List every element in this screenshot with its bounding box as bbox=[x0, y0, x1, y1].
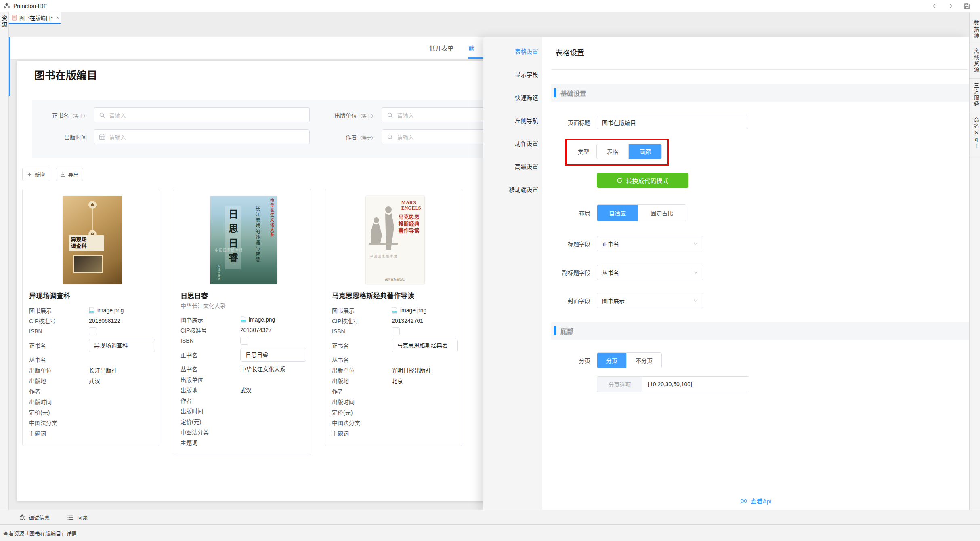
isbn-checkbox[interactable] bbox=[240, 337, 248, 345]
paging-option-off[interactable]: 不分页 bbox=[626, 353, 661, 368]
field-label: 正书名〈等于〉 bbox=[38, 111, 88, 119]
gallery-card[interactable]: 中华长江文化大系 长江流域的妙语与智慧 日思日睿 中国国家版本馆 长江出版社 日… bbox=[174, 189, 311, 455]
debug-info-item[interactable]: 调试信息 bbox=[19, 514, 50, 521]
section-accent-bar bbox=[554, 326, 556, 335]
card-field-label: CIP核准号 bbox=[332, 317, 392, 325]
problems-item[interactable]: 问题 bbox=[67, 514, 88, 521]
sidebar-item-third-party-services[interactable]: 三方服务 bbox=[970, 79, 980, 113]
date-input[interactable]: 请输入 bbox=[94, 129, 310, 144]
nav-forward-icon[interactable] bbox=[947, 2, 954, 10]
right-rail: 数据源 离线资源 三方服务 命名Sql bbox=[969, 12, 980, 510]
page-title-input[interactable]: 图书在版编目 bbox=[597, 116, 748, 129]
sidebar-item-offline-resources[interactable]: 离线资源 bbox=[970, 44, 980, 79]
export-button[interactable]: 导出 bbox=[56, 168, 83, 181]
type-option-gallery[interactable]: 画廊 bbox=[628, 144, 661, 159]
settings-menu-actions[interactable]: 动作设置 bbox=[483, 132, 542, 155]
page-size-input[interactable]: 分页选项 [10,20,30,50,100] bbox=[597, 376, 749, 392]
title-field-row: 标题字段 正书名 bbox=[551, 236, 967, 251]
settings-menu-table[interactable]: 表格设置 bbox=[483, 40, 542, 63]
tab-lowcode-form[interactable]: 低开表单 bbox=[429, 37, 453, 60]
card-field-label: ISBN bbox=[332, 328, 392, 335]
card-field-label: 图书展示 bbox=[332, 306, 392, 314]
paging-option-on[interactable]: 分页 bbox=[597, 353, 626, 368]
svg-text:IMAGE: IMAGE bbox=[90, 311, 94, 313]
card-field-row: 出版地武汉 bbox=[29, 375, 155, 386]
card-field-value: 北京 bbox=[392, 377, 458, 385]
gallery-card[interactable]: MARXENGELS 马克思恩格斯经典著作导读 中国国家版本馆 光明日报出版社 … bbox=[325, 189, 462, 446]
card-field-label: 正书名 bbox=[29, 341, 89, 349]
card-field-row: 出版单位 bbox=[180, 374, 306, 385]
view-sub-tabs: 低开表单 默 bbox=[9, 37, 483, 60]
settings-menu-display-fields[interactable]: 显示字段 bbox=[483, 63, 542, 86]
book-name-input[interactable]: 异现场调查科 bbox=[89, 339, 155, 352]
annotation-highlight: 类型 表格 画廊 bbox=[565, 139, 669, 166]
divider bbox=[551, 69, 967, 70]
field-label: 作者〈等于〉 bbox=[326, 133, 376, 141]
card-field-label: CIP核准号 bbox=[29, 317, 89, 325]
card-field-value: 长江出版社 bbox=[89, 366, 155, 374]
layout-option-adaptive[interactable]: 自适应 bbox=[597, 205, 638, 221]
sidebar-item-resources[interactable]: 资源 bbox=[0, 15, 8, 28]
book-name-input[interactable]: 日思日睿 bbox=[240, 348, 306, 362]
save-icon[interactable] bbox=[963, 2, 970, 10]
card-field-label: 正书名 bbox=[332, 341, 392, 349]
attachment-link[interactable]: IMAGEimage.png bbox=[89, 307, 155, 314]
settings-menu-quick-filter[interactable]: 快速筛选 bbox=[483, 86, 542, 109]
search-input[interactable]: 请输入 bbox=[382, 129, 493, 144]
search-input[interactable]: 请输入 bbox=[382, 107, 493, 122]
settings-menu-mobile[interactable]: 移动端设置 bbox=[483, 178, 542, 201]
card-field-label: 丛书名 bbox=[29, 356, 89, 364]
card-title: 异现场调查科 bbox=[29, 290, 155, 300]
card-field-label: 作者 bbox=[180, 396, 240, 404]
attachment-link[interactable]: IMAGEimage.png bbox=[392, 307, 458, 314]
tab-default-view[interactable]: 默 bbox=[468, 37, 483, 59]
chevron-down-icon bbox=[693, 241, 698, 246]
tab-book-cip[interactable]: 图书在版编目* × bbox=[9, 12, 61, 23]
settings-drawer: 表格设置 显示字段 快速筛选 左侧导航 动作设置 高级设置 移动端设置 表格设置… bbox=[483, 37, 969, 510]
subtitle-field-select[interactable]: 丛书名 bbox=[597, 265, 703, 280]
card-title: 日思日睿 bbox=[180, 290, 306, 300]
card-field-row: 作者 bbox=[29, 386, 155, 396]
view-api-link[interactable]: 查看Api bbox=[542, 497, 969, 505]
nav-back-icon[interactable] bbox=[931, 2, 938, 10]
sidebar-item-datasource[interactable]: 数据源 bbox=[970, 16, 980, 44]
cover-wrap: 中华长江文化大系 长江流域的妙语与智慧 日思日睿 中国国家版本馆 长江出版社 bbox=[180, 193, 306, 287]
field-label: 出版时间 bbox=[38, 133, 88, 141]
card-field-value: 中华长江文化大系 bbox=[240, 365, 306, 373]
cover-field-select[interactable]: 图书展示 bbox=[597, 293, 703, 308]
book-name-input[interactable]: 马克思恩格斯经典著 bbox=[392, 339, 458, 352]
card-field-row: ISBN bbox=[180, 335, 306, 346]
title-field-select[interactable]: 正书名 bbox=[597, 236, 703, 251]
settings-menu-left-nav[interactable]: 左侧导航 bbox=[483, 109, 542, 132]
page-title: 图书在版编目 bbox=[34, 67, 97, 82]
settings-content: 表格设置 基础设置 页面标题 图书在版编目 类型 表格 画廊 bbox=[542, 37, 969, 510]
settings-menu-advanced[interactable]: 高级设置 bbox=[483, 155, 542, 178]
add-button[interactable]: 新增 bbox=[22, 168, 50, 181]
section-basic-settings: 基础设置 bbox=[551, 84, 969, 102]
layout-option-fixed[interactable]: 固定占比 bbox=[638, 205, 686, 221]
attachment-link[interactable]: IMAGEimage.png bbox=[240, 316, 306, 323]
card-field-label: 中图法分类 bbox=[332, 419, 392, 427]
page-title-row: 页面标题 图书在版编目 bbox=[551, 116, 967, 129]
type-toggle: 表格 画廊 bbox=[596, 144, 662, 159]
card-field-value: 武汉 bbox=[240, 386, 306, 394]
card-field-row: 正书名日思日睿 bbox=[180, 346, 306, 364]
paging-row: 分页 分页 不分页 bbox=[551, 352, 967, 368]
svg-text:IMAGE: IMAGE bbox=[392, 311, 397, 313]
paging-toggle: 分页 不分页 bbox=[597, 352, 662, 368]
type-option-table[interactable]: 表格 bbox=[597, 144, 628, 159]
isbn-checkbox[interactable] bbox=[392, 327, 400, 335]
isbn-checkbox[interactable] bbox=[89, 327, 97, 335]
card-field-label: 定价(元) bbox=[332, 408, 392, 416]
sidebar-item-named-sql[interactable]: 命名Sql bbox=[970, 113, 980, 156]
card-field-row: 丛书名 bbox=[332, 354, 458, 365]
settings-menu: 表格设置 显示字段 快速筛选 左侧导航 动作设置 高级设置 移动端设置 bbox=[483, 37, 542, 510]
convert-code-button[interactable]: 转换成代码模式 bbox=[597, 173, 688, 188]
gallery-card[interactable]: 异现场 调查科 异现场调查科 图书展示IMAGEimage.pngCIP核准号2… bbox=[22, 189, 159, 446]
svg-text:IMAGE: IMAGE bbox=[241, 320, 246, 322]
card-field-value: 2013068122 bbox=[89, 318, 155, 324]
card-field-row: 定价(元) bbox=[180, 416, 306, 427]
close-icon[interactable]: × bbox=[56, 15, 59, 21]
search-input[interactable]: 请输入 bbox=[94, 107, 310, 122]
card-field-label: 中图法分类 bbox=[180, 428, 240, 436]
